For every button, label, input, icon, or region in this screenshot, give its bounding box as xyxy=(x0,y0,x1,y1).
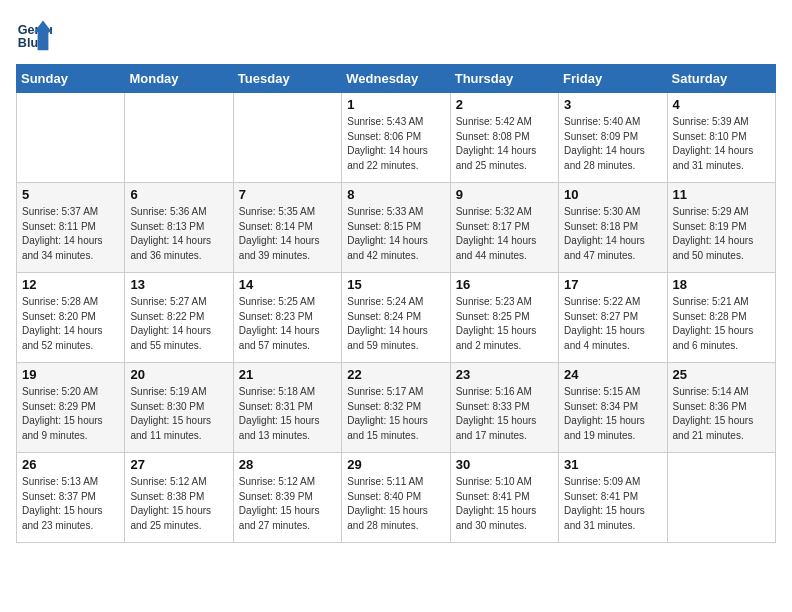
day-detail: Sunrise: 5:29 AMSunset: 8:19 PMDaylight:… xyxy=(673,205,770,263)
calendar-cell: 27Sunrise: 5:12 AMSunset: 8:38 PMDayligh… xyxy=(125,453,233,543)
calendar-cell: 5Sunrise: 5:37 AMSunset: 8:11 PMDaylight… xyxy=(17,183,125,273)
calendar-cell: 8Sunrise: 5:33 AMSunset: 8:15 PMDaylight… xyxy=(342,183,450,273)
day-number: 31 xyxy=(564,457,661,472)
calendar-cell: 30Sunrise: 5:10 AMSunset: 8:41 PMDayligh… xyxy=(450,453,558,543)
day-number: 11 xyxy=(673,187,770,202)
day-number: 12 xyxy=(22,277,119,292)
day-detail: Sunrise: 5:40 AMSunset: 8:09 PMDaylight:… xyxy=(564,115,661,173)
day-number: 1 xyxy=(347,97,444,112)
weekday-header-saturday: Saturday xyxy=(667,65,775,93)
day-detail: Sunrise: 5:36 AMSunset: 8:13 PMDaylight:… xyxy=(130,205,227,263)
page-header: General Blue xyxy=(16,16,776,52)
day-number: 23 xyxy=(456,367,553,382)
calendar-cell: 21Sunrise: 5:18 AMSunset: 8:31 PMDayligh… xyxy=(233,363,341,453)
day-detail: Sunrise: 5:09 AMSunset: 8:41 PMDaylight:… xyxy=(564,475,661,533)
calendar-cell: 6Sunrise: 5:36 AMSunset: 8:13 PMDaylight… xyxy=(125,183,233,273)
calendar-cell xyxy=(233,93,341,183)
day-number: 5 xyxy=(22,187,119,202)
day-number: 4 xyxy=(673,97,770,112)
day-detail: Sunrise: 5:10 AMSunset: 8:41 PMDaylight:… xyxy=(456,475,553,533)
day-detail: Sunrise: 5:19 AMSunset: 8:30 PMDaylight:… xyxy=(130,385,227,443)
weekday-header-friday: Friday xyxy=(559,65,667,93)
day-detail: Sunrise: 5:30 AMSunset: 8:18 PMDaylight:… xyxy=(564,205,661,263)
calendar-cell: 1Sunrise: 5:43 AMSunset: 8:06 PMDaylight… xyxy=(342,93,450,183)
calendar-cell: 22Sunrise: 5:17 AMSunset: 8:32 PMDayligh… xyxy=(342,363,450,453)
day-number: 10 xyxy=(564,187,661,202)
day-detail: Sunrise: 5:22 AMSunset: 8:27 PMDaylight:… xyxy=(564,295,661,353)
weekday-header-wednesday: Wednesday xyxy=(342,65,450,93)
day-detail: Sunrise: 5:20 AMSunset: 8:29 PMDaylight:… xyxy=(22,385,119,443)
day-detail: Sunrise: 5:12 AMSunset: 8:38 PMDaylight:… xyxy=(130,475,227,533)
calendar-cell: 14Sunrise: 5:25 AMSunset: 8:23 PMDayligh… xyxy=(233,273,341,363)
calendar-cell: 19Sunrise: 5:20 AMSunset: 8:29 PMDayligh… xyxy=(17,363,125,453)
calendar-cell: 29Sunrise: 5:11 AMSunset: 8:40 PMDayligh… xyxy=(342,453,450,543)
day-number: 21 xyxy=(239,367,336,382)
day-detail: Sunrise: 5:23 AMSunset: 8:25 PMDaylight:… xyxy=(456,295,553,353)
day-detail: Sunrise: 5:37 AMSunset: 8:11 PMDaylight:… xyxy=(22,205,119,263)
calendar-cell: 4Sunrise: 5:39 AMSunset: 8:10 PMDaylight… xyxy=(667,93,775,183)
day-detail: Sunrise: 5:28 AMSunset: 8:20 PMDaylight:… xyxy=(22,295,119,353)
day-number: 6 xyxy=(130,187,227,202)
day-detail: Sunrise: 5:35 AMSunset: 8:14 PMDaylight:… xyxy=(239,205,336,263)
calendar-cell: 12Sunrise: 5:28 AMSunset: 8:20 PMDayligh… xyxy=(17,273,125,363)
weekday-header-monday: Monday xyxy=(125,65,233,93)
day-detail: Sunrise: 5:15 AMSunset: 8:34 PMDaylight:… xyxy=(564,385,661,443)
day-number: 27 xyxy=(130,457,227,472)
day-number: 9 xyxy=(456,187,553,202)
day-number: 29 xyxy=(347,457,444,472)
day-number: 30 xyxy=(456,457,553,472)
calendar-cell: 25Sunrise: 5:14 AMSunset: 8:36 PMDayligh… xyxy=(667,363,775,453)
day-number: 17 xyxy=(564,277,661,292)
calendar-cell: 16Sunrise: 5:23 AMSunset: 8:25 PMDayligh… xyxy=(450,273,558,363)
day-detail: Sunrise: 5:14 AMSunset: 8:36 PMDaylight:… xyxy=(673,385,770,443)
calendar-cell: 28Sunrise: 5:12 AMSunset: 8:39 PMDayligh… xyxy=(233,453,341,543)
calendar-cell: 26Sunrise: 5:13 AMSunset: 8:37 PMDayligh… xyxy=(17,453,125,543)
calendar-cell: 17Sunrise: 5:22 AMSunset: 8:27 PMDayligh… xyxy=(559,273,667,363)
day-number: 2 xyxy=(456,97,553,112)
calendar-cell xyxy=(17,93,125,183)
day-detail: Sunrise: 5:16 AMSunset: 8:33 PMDaylight:… xyxy=(456,385,553,443)
calendar-cell: 24Sunrise: 5:15 AMSunset: 8:34 PMDayligh… xyxy=(559,363,667,453)
day-number: 25 xyxy=(673,367,770,382)
day-detail: Sunrise: 5:42 AMSunset: 8:08 PMDaylight:… xyxy=(456,115,553,173)
day-detail: Sunrise: 5:39 AMSunset: 8:10 PMDaylight:… xyxy=(673,115,770,173)
calendar-cell: 20Sunrise: 5:19 AMSunset: 8:30 PMDayligh… xyxy=(125,363,233,453)
day-number: 26 xyxy=(22,457,119,472)
day-detail: Sunrise: 5:32 AMSunset: 8:17 PMDaylight:… xyxy=(456,205,553,263)
day-detail: Sunrise: 5:25 AMSunset: 8:23 PMDaylight:… xyxy=(239,295,336,353)
calendar-table: SundayMondayTuesdayWednesdayThursdayFrid… xyxy=(16,64,776,543)
day-number: 8 xyxy=(347,187,444,202)
day-detail: Sunrise: 5:18 AMSunset: 8:31 PMDaylight:… xyxy=(239,385,336,443)
calendar-cell: 2Sunrise: 5:42 AMSunset: 8:08 PMDaylight… xyxy=(450,93,558,183)
day-number: 24 xyxy=(564,367,661,382)
calendar-cell: 11Sunrise: 5:29 AMSunset: 8:19 PMDayligh… xyxy=(667,183,775,273)
day-detail: Sunrise: 5:13 AMSunset: 8:37 PMDaylight:… xyxy=(22,475,119,533)
calendar-cell: 10Sunrise: 5:30 AMSunset: 8:18 PMDayligh… xyxy=(559,183,667,273)
calendar-cell: 9Sunrise: 5:32 AMSunset: 8:17 PMDaylight… xyxy=(450,183,558,273)
calendar-cell: 13Sunrise: 5:27 AMSunset: 8:22 PMDayligh… xyxy=(125,273,233,363)
day-detail: Sunrise: 5:24 AMSunset: 8:24 PMDaylight:… xyxy=(347,295,444,353)
calendar-cell: 3Sunrise: 5:40 AMSunset: 8:09 PMDaylight… xyxy=(559,93,667,183)
day-detail: Sunrise: 5:21 AMSunset: 8:28 PMDaylight:… xyxy=(673,295,770,353)
day-number: 20 xyxy=(130,367,227,382)
calendar-cell: 31Sunrise: 5:09 AMSunset: 8:41 PMDayligh… xyxy=(559,453,667,543)
day-number: 19 xyxy=(22,367,119,382)
calendar-cell: 18Sunrise: 5:21 AMSunset: 8:28 PMDayligh… xyxy=(667,273,775,363)
calendar-cell xyxy=(667,453,775,543)
day-number: 3 xyxy=(564,97,661,112)
calendar-cell xyxy=(125,93,233,183)
logo-icon: General Blue xyxy=(16,16,52,52)
day-number: 7 xyxy=(239,187,336,202)
weekday-header-thursday: Thursday xyxy=(450,65,558,93)
day-number: 15 xyxy=(347,277,444,292)
day-detail: Sunrise: 5:33 AMSunset: 8:15 PMDaylight:… xyxy=(347,205,444,263)
day-detail: Sunrise: 5:27 AMSunset: 8:22 PMDaylight:… xyxy=(130,295,227,353)
day-detail: Sunrise: 5:12 AMSunset: 8:39 PMDaylight:… xyxy=(239,475,336,533)
day-number: 16 xyxy=(456,277,553,292)
logo: General Blue xyxy=(16,16,56,52)
weekday-header-sunday: Sunday xyxy=(17,65,125,93)
calendar-cell: 23Sunrise: 5:16 AMSunset: 8:33 PMDayligh… xyxy=(450,363,558,453)
day-detail: Sunrise: 5:43 AMSunset: 8:06 PMDaylight:… xyxy=(347,115,444,173)
day-number: 13 xyxy=(130,277,227,292)
calendar-cell: 7Sunrise: 5:35 AMSunset: 8:14 PMDaylight… xyxy=(233,183,341,273)
